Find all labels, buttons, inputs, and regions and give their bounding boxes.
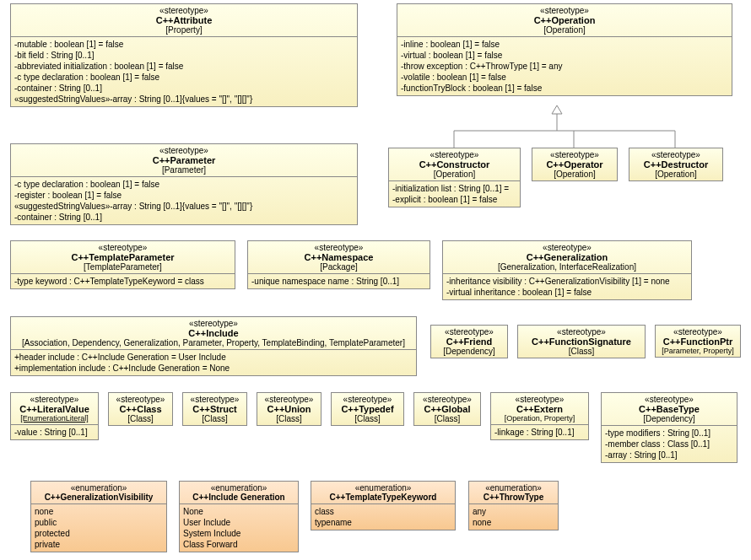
stereotype-label: «stereotype»	[14, 6, 354, 13]
class-operation: «stereotype»C++Operation[Operation] -inl…	[397, 3, 732, 13]
class-attribute: «stereotype»C++Attribute[Property] -muta…	[10, 3, 358, 13]
stereotype-label: «stereotype»	[401, 6, 728, 13]
